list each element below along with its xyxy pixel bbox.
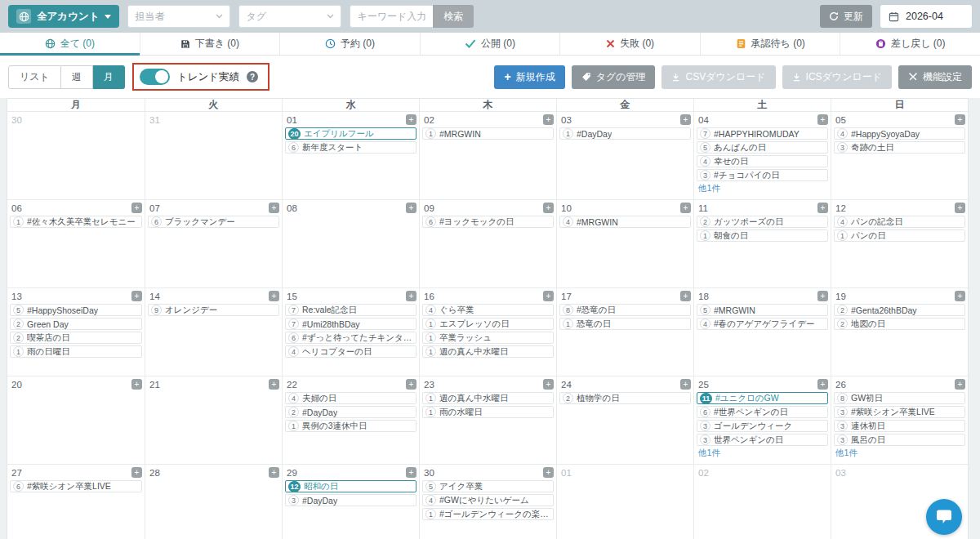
trend-event[interactable]: 1エスプレッソの日 <box>422 318 554 330</box>
add-post-button[interactable]: + <box>406 291 416 301</box>
trend-event[interactable]: 6#ずっと待ってたチキンタツタ発... <box>285 332 416 344</box>
view-button-week[interactable]: 週 <box>61 65 93 89</box>
add-post-button[interactable]: + <box>406 114 416 125</box>
add-post-button[interactable]: + <box>817 291 828 301</box>
trend-event[interactable]: 5#MRGWIN <box>697 304 828 316</box>
add-post-button[interactable]: + <box>406 379 416 390</box>
trend-event[interactable]: 4#HappySyoyaDay <box>834 127 965 140</box>
chat-widget-button[interactable] <box>926 499 962 535</box>
trend-event[interactable]: 9オレンジデー <box>148 304 279 316</box>
calendar-cell[interactable]: 06+1#佐々木久美卒業セレモニー <box>7 200 145 288</box>
calendar-cell[interactable]: 02 <box>693 465 831 539</box>
trend-event[interactable]: 4ぐら卒業 <box>422 304 554 316</box>
more-events-link[interactable]: 他1件 <box>834 448 965 459</box>
trend-event[interactable]: 4#MRGWIN <box>559 216 691 228</box>
tab-returned[interactable]: 差し戻し (0) <box>840 33 980 55</box>
view-button-list[interactable]: リスト <box>8 65 61 89</box>
calendar-cell[interactable]: 01+20エイプリルフール6新年度スタート <box>282 112 419 200</box>
add-post-button[interactable]: + <box>406 467 416 478</box>
add-post-button[interactable]: + <box>680 291 691 301</box>
calendar-cell[interactable]: 18+5#MRGWIN4#春のアゲアゲフライデー <box>693 288 831 376</box>
add-post-button[interactable]: + <box>543 114 554 125</box>
search-button[interactable]: 検索 <box>433 5 474 28</box>
trend-event[interactable]: 7#HAPPYHIROMUDAY <box>697 127 828 140</box>
calendar-cell[interactable]: 02+1#MRGWIN <box>419 112 556 200</box>
calendar-cell[interactable]: 20+ <box>7 376 145 465</box>
trend-event[interactable]: 1雨の水曜日 <box>422 406 554 418</box>
tab-draft[interactable]: 下書き (0) <box>140 33 280 55</box>
trend-event[interactable]: 1#MRGWIN <box>422 127 554 140</box>
trend-event[interactable]: 2喫茶店の日 <box>10 332 142 344</box>
add-post-button[interactable]: + <box>543 379 554 390</box>
add-post-button[interactable]: + <box>955 291 965 301</box>
add-post-button[interactable]: + <box>269 291 279 301</box>
add-post-button[interactable]: + <box>817 379 828 390</box>
calendar-cell[interactable]: 01 <box>556 465 693 539</box>
month-picker[interactable]: 2026-04 <box>880 5 972 28</box>
add-post-button[interactable]: + <box>406 203 416 213</box>
trend-event[interactable]: 2Green Day <box>10 318 142 330</box>
add-post-button[interactable]: + <box>269 203 279 213</box>
add-post-button[interactable]: + <box>543 467 554 478</box>
trend-event[interactable]: 4#GWにやりたいゲーム <box>422 494 554 506</box>
trend-event[interactable]: 1#DayDay <box>559 127 691 140</box>
trend-event[interactable]: 1週の真ん中水曜日 <box>422 345 554 358</box>
calendar-cell[interactable]: 14+9オレンジデー <box>145 288 282 376</box>
trend-event[interactable]: 2#DayDay <box>285 406 416 418</box>
calendar-cell[interactable]: 30 <box>7 112 145 200</box>
calendar-cell[interactable]: 03+1#DayDay <box>556 112 693 200</box>
calendar-cell[interactable]: 22+4夫婦の日2#DayDay1異例の3連休中日 <box>282 376 419 465</box>
trend-event[interactable]: 1週の真ん中水曜日 <box>422 392 554 404</box>
trend-event[interactable]: 1#佐々木久美卒業セレモニー <box>10 216 142 228</box>
trend-event[interactable]: 2#Genta26thBDay <box>834 304 965 316</box>
more-events-link[interactable]: 他1件 <box>697 448 828 459</box>
trend-event[interactable]: 4ヘリコプターの日 <box>285 345 416 358</box>
calendar-cell[interactable]: 28+ <box>145 465 282 539</box>
add-post-button[interactable]: + <box>680 114 691 125</box>
add-post-button[interactable]: + <box>131 379 142 390</box>
trend-event[interactable]: 4#春のアゲアゲフライデー <box>697 318 828 330</box>
trend-event[interactable]: 4幸せの日 <box>697 155 828 167</box>
trend-event[interactable]: 3#DayDay <box>285 494 416 506</box>
trend-event[interactable]: 5あんぱんの日 <box>697 141 828 154</box>
calendar-cell[interactable]: 24+2植物学の日 <box>556 376 693 465</box>
trend-event[interactable]: 3連休初日 <box>834 420 965 432</box>
calendar-cell[interactable]: 26+8GW初日3#紫咲シオン卒業LIVE3連休初日3風呂の日他1件 <box>831 376 968 465</box>
refresh-button[interactable]: 更新 <box>820 5 872 28</box>
view-button-month[interactable]: 月 <box>93 65 125 89</box>
calendar-cell[interactable]: 30+5アイク卒業4#GWにやりたいゲーム1#ゴールデンウィークの楽しみ <box>419 465 556 539</box>
calendar-cell[interactable]: 16+4ぐら卒業1エスプレッソの日1卒業ラッシュ1週の真ん中水曜日 <box>419 288 556 376</box>
trend-event[interactable]: 3風呂の日 <box>834 434 965 446</box>
add-post-button[interactable]: + <box>131 467 142 478</box>
calendar-cell[interactable]: 10+4#MRGWIN <box>556 200 693 288</box>
tab-published[interactable]: 公開 (0) <box>420 33 560 55</box>
trend-event[interactable]: 8#恐竜の日 <box>559 304 691 316</box>
calendar-cell[interactable]: 08+ <box>282 200 419 288</box>
calendar-cell[interactable]: 29+12昭和の日3#DayDay <box>282 465 419 539</box>
trend-event[interactable]: 5アイク卒業 <box>422 480 554 492</box>
calendar-cell[interactable]: 13+5#HappyShoseiDay2Green Day2喫茶店の日1雨の日曜… <box>7 288 145 376</box>
calendar-cell[interactable]: 11+2ガッツポーズの日1朝食の日 <box>693 200 831 288</box>
settings-button[interactable]: 機能設定 <box>898 65 972 89</box>
calendar-cell[interactable]: 25+11#ユニクロのGW6#世界ペンギンの日3ゴールデンウィーク3世界ペンギン… <box>693 376 831 465</box>
trend-event[interactable]: 1パンの日 <box>834 229 965 242</box>
trend-event[interactable]: 1恐竜の日 <box>559 318 691 330</box>
help-icon[interactable]: ? <box>247 71 258 82</box>
add-post-button[interactable]: + <box>543 203 554 213</box>
trend-event[interactable]: 3#紫咲シオン卒業LIVE <box>834 406 965 418</box>
trend-event[interactable]: 2植物学の日 <box>559 392 691 404</box>
calendar-cell[interactable]: 21+ <box>145 376 282 465</box>
add-post-button[interactable]: + <box>131 291 142 301</box>
trend-event[interactable]: 12昭和の日 <box>285 480 416 492</box>
tab-scheduled[interactable]: 予約 (0) <box>279 33 420 55</box>
keyword-input[interactable] <box>350 5 433 28</box>
calendar-cell[interactable]: 31 <box>145 112 282 200</box>
calendar-cell[interactable]: 07+6ブラックマンデー <box>145 200 282 288</box>
trend-event[interactable]: 2ガッツポーズの日 <box>697 216 828 228</box>
trend-event[interactable]: 3ゴールデンウィーク <box>697 420 828 432</box>
trend-event[interactable]: 7#Umi28thBDay <box>285 318 416 330</box>
trend-event[interactable]: 8GW初日 <box>834 392 965 404</box>
account-selector-button[interactable]: 全アカウント <box>8 5 119 28</box>
create-button[interactable]: +新規作成 <box>494 65 564 89</box>
add-post-button[interactable]: + <box>817 114 828 125</box>
